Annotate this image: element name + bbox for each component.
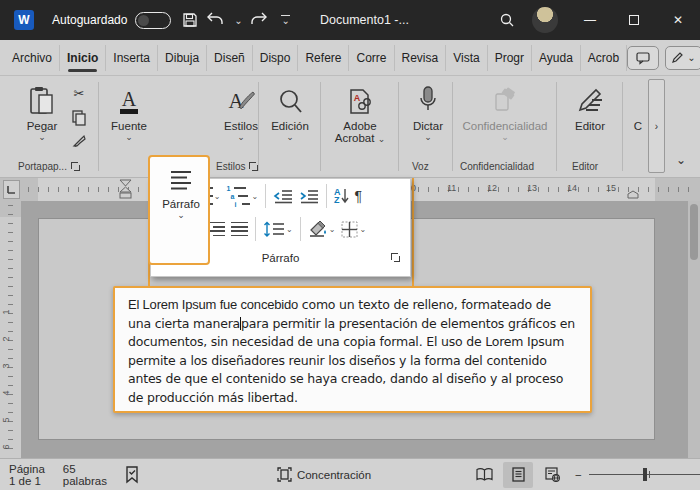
sensitivity-icon: [492, 82, 518, 116]
justify-button[interactable]: [229, 216, 250, 242]
line-spacing-button[interactable]: ⌄: [261, 216, 295, 242]
maximize-button[interactable]: [612, 0, 656, 40]
document-title: Documento1 -...: [320, 0, 409, 40]
vertical-ruler[interactable]: 1 2 3 4 5 6: [0, 201, 21, 458]
dialog-launcher-icon[interactable]: [71, 162, 80, 171]
borders-button[interactable]: ⌄: [339, 216, 368, 242]
undo-chevron-icon[interactable]: ⌄: [234, 16, 242, 25]
editing-mode-button[interactable]: ⌄: [665, 46, 700, 70]
adobe-acrobat-button[interactable]: A Adobe Acrobat ⌄: [328, 82, 392, 154]
tab-ayuda[interactable]: Ayuda: [532, 45, 581, 71]
statusbar: Página 1 de 1 65 palabras Concentración …: [0, 458, 700, 490]
microphone-icon: [418, 82, 438, 116]
format-painter-button[interactable]: [69, 132, 89, 150]
page-indicator[interactable]: Página 1 de 1: [0, 459, 54, 490]
chevron-down-icon: ⌄: [214, 192, 221, 201]
print-layout-button[interactable]: [503, 462, 533, 488]
undo-button[interactable]: ⌄: [209, 7, 239, 33]
ruler-number: 6: [1, 444, 11, 449]
text-line: permite a los diseñadores reunir los dis…: [128, 352, 590, 371]
chevron-down-icon: ⌄: [237, 133, 245, 141]
autosave-toggle[interactable]: [135, 12, 171, 29]
tab-revisar[interactable]: Revisa: [395, 45, 447, 71]
chevron-down-icon: ⌄: [177, 211, 185, 219]
tab-acrobat[interactable]: Acrob: [581, 45, 627, 71]
ruler-number: 13: [527, 183, 537, 193]
vertical-scrollbar[interactable]: [688, 201, 700, 458]
editing-group-button[interactable]: Edición ⌄: [262, 82, 318, 154]
dialog-launcher-icon[interactable]: [391, 253, 400, 262]
tab-referencias[interactable]: Refere: [298, 45, 349, 71]
chevron-down-icon: ⌄: [329, 225, 336, 234]
styles-icon: A: [226, 82, 256, 116]
zoom-out-button[interactable]: −: [575, 469, 582, 481]
tab-archivo[interactable]: Archivo: [0, 45, 60, 71]
comments-button[interactable]: [627, 46, 659, 70]
decrease-indent-button[interactable]: [271, 183, 295, 209]
word-window: W Autoguardado ⌄ ⌄ Documento1 -... — ✕: [0, 0, 700, 490]
focus-mode-button[interactable]: Concentración: [268, 459, 380, 490]
word-count[interactable]: 65 palabras: [54, 459, 116, 490]
text-line1-rest: como un texto de relleno, formateado de: [298, 297, 551, 312]
tab-diseno[interactable]: Diseñ: [207, 45, 253, 71]
styles-group-button[interactable]: A Estilos ⌄: [213, 82, 269, 154]
dictate-button[interactable]: Dictar ⌄: [400, 82, 456, 154]
document-text-highlight[interactable]: El Lorem Ipsum fue concebido como un tex…: [113, 286, 592, 413]
avatar[interactable]: [532, 7, 558, 33]
zoom-slider[interactable]: [589, 474, 700, 476]
read-mode-button[interactable]: [469, 462, 499, 488]
copy-button[interactable]: [69, 108, 89, 126]
ruler-number: 12: [487, 183, 497, 193]
ribbon: Pegar ⌄ ✂ Portapap... A Fuente ⌄: [0, 76, 700, 178]
tab-dibujar[interactable]: Dibuja: [158, 45, 207, 71]
chevron-down-icon: ⌄: [687, 52, 695, 63]
tab-insertar[interactable]: Inserta: [106, 45, 158, 71]
redo-button[interactable]: [243, 7, 273, 33]
tab-correspondencia[interactable]: Corre: [349, 45, 394, 71]
scrollbar-thumb[interactable]: [690, 204, 698, 260]
editor-button[interactable]: Editor: [562, 82, 618, 154]
svg-text:A: A: [354, 93, 361, 103]
increase-indent-button[interactable]: [297, 183, 321, 209]
tab-stop-selector[interactable]: [3, 180, 20, 199]
right-indent-marker-icon[interactable]: [627, 190, 639, 199]
font-group-button[interactable]: A Fuente ⌄: [101, 82, 157, 154]
zoom-slider-thumb[interactable]: [643, 468, 647, 481]
shading-button[interactable]: ⌄: [306, 216, 338, 242]
ruler-number: 4: [1, 390, 11, 395]
sort-button[interactable]: AZ: [332, 183, 351, 209]
group-editor-label: Editor: [572, 161, 598, 172]
text-line2-before: una cierta manera: [128, 316, 240, 331]
chevron-down-icon: ⌄: [424, 133, 432, 141]
chevron-down-icon: ⌄: [286, 133, 294, 141]
paste-button[interactable]: Pegar ⌄: [14, 82, 70, 154]
tab-inicio[interactable]: Inicio: [60, 45, 106, 71]
tab-programador[interactable]: Progr: [488, 45, 532, 71]
search-icon[interactable]: [492, 7, 522, 33]
group-portapapeles-label: Portapap...: [18, 161, 80, 172]
sensitivity-button: Confidencialidad ⌄: [458, 82, 552, 154]
find-icon: [277, 82, 303, 116]
quick-access-chevron-icon[interactable]: ⌄: [281, 15, 289, 25]
proofing-status-icon[interactable]: [116, 459, 148, 490]
save-icon[interactable]: [175, 7, 205, 33]
ribbon-scroll-right-button[interactable]: ›: [648, 79, 665, 173]
indent-marker-icon[interactable]: [119, 179, 132, 200]
text-line: antes de que el contenido se haya creado…: [128, 370, 590, 389]
ruler-number: 14: [567, 183, 577, 193]
close-button[interactable]: ✕: [656, 0, 700, 40]
paragraph-group-button[interactable]: Párrafo ⌄: [153, 160, 209, 232]
text-line: de producción más libertad.: [128, 389, 590, 408]
svg-text:A: A: [122, 88, 137, 110]
show-paragraph-marks-button[interactable]: ¶: [353, 183, 365, 209]
chevron-down-icon: ⌄: [378, 134, 386, 144]
chevron-down-icon: ⌄: [359, 225, 366, 234]
tab-disposicion[interactable]: Dispo: [253, 45, 299, 71]
tab-vista[interactable]: Vista: [446, 45, 487, 71]
web-layout-button[interactable]: [537, 462, 567, 488]
multilevel-list-button[interactable]: 1 a i ⌄: [224, 183, 260, 209]
minimize-button[interactable]: —: [568, 0, 612, 40]
collapse-ribbon-icon[interactable]: ⌄: [668, 150, 694, 170]
cut-button[interactable]: ✂: [69, 84, 89, 102]
paragraph-lines-icon: [167, 160, 195, 194]
